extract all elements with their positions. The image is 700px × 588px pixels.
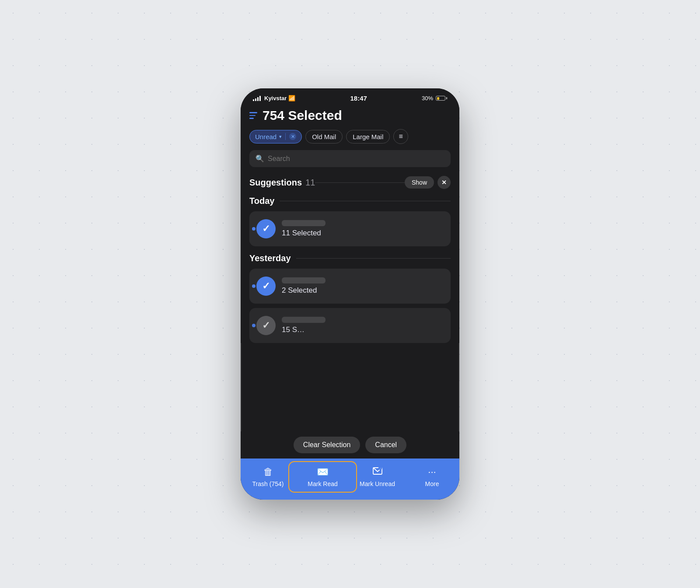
action-toolbar: 🗑 Trash (754) ✉️ Mark Read ↑	[241, 458, 459, 500]
status-bar: Kyivstar 📶 18:47 30%	[241, 88, 459, 104]
yesterday-mail-info-1: 2 Selected	[282, 277, 444, 295]
search-input[interactable]	[268, 155, 444, 163]
filter-chip-unread[interactable]: Unread ▾ ✕	[249, 130, 302, 144]
status-right: 30%	[422, 95, 447, 102]
sender-name-blurred	[282, 277, 326, 284]
chevron-down-icon: ▾	[279, 134, 282, 140]
suggestions-count: 11	[305, 178, 315, 188]
phone-screen: Kyivstar 📶 18:47 30%	[241, 88, 459, 500]
mark-read-button[interactable]: ✉️ Mark Read	[295, 465, 350, 489]
filter-row: Unread ▾ ✕ Old Mail Large Mail ≡	[249, 129, 451, 150]
battery-icon	[436, 96, 447, 101]
status-time: 18:47	[350, 94, 367, 102]
trash-button[interactable]: 🗑 Trash (754)	[241, 465, 295, 489]
check-circle-yesterday-2: ✓	[256, 316, 276, 335]
status-left: Kyivstar 📶	[253, 95, 295, 102]
yesterday-label: Yesterday	[249, 253, 291, 263]
old-mail-label: Old Mail	[312, 133, 336, 140]
main-content: 754 Selected Unread ▾ ✕ Old Mail Large M…	[241, 104, 459, 343]
clear-selection-button[interactable]: Clear Selection	[294, 437, 360, 453]
filter-chip-old-mail[interactable]: Old Mail	[305, 130, 343, 144]
large-mail-label: Large Mail	[353, 133, 383, 140]
mark-unread-icon: ↑	[373, 466, 382, 478]
checkmark-icon: ✓	[262, 280, 270, 292]
trash-label: Trash (754)	[252, 480, 284, 487]
yesterday-mail-info-2: 15 S…	[282, 317, 444, 334]
unread-dot	[252, 227, 256, 231]
yesterday-selected-count-1: 2 Selected	[282, 286, 317, 294]
yesterday-selected-count-2: 15 S…	[282, 326, 304, 334]
mark-unread-button[interactable]: ↑ Mark Unread	[350, 465, 405, 489]
more-label: More	[425, 480, 439, 487]
mark-unread-label: Mark Unread	[360, 480, 395, 487]
check-circle-today: ✓	[256, 219, 276, 238]
menu-button[interactable]	[249, 112, 257, 119]
yesterday-section-header: Yesterday	[249, 253, 451, 263]
today-section-header: Today	[249, 196, 451, 206]
more-icon: ···	[428, 466, 436, 478]
sender-name-blurred	[282, 317, 326, 323]
sender-name-blurred	[282, 220, 326, 226]
trash-icon: 🗑	[263, 466, 273, 478]
filter-icon: ≡	[399, 133, 403, 140]
cancel-button[interactable]: Cancel	[365, 437, 406, 453]
search-icon: 🔍	[256, 154, 264, 163]
checkmark-icon: ✓	[262, 223, 270, 234]
yesterday-mail-item-2[interactable]: ✓ 15 S…	[249, 308, 451, 343]
check-circle-yesterday-1: ✓	[256, 276, 276, 296]
filter-chip-large-mail[interactable]: Large Mail	[346, 130, 390, 144]
show-button[interactable]: Show	[405, 176, 434, 189]
svg-text:↑: ↑	[379, 467, 381, 470]
today-label: Today	[249, 196, 274, 206]
unread-dot	[252, 324, 256, 327]
clear-cancel-row: Clear Selection Cancel	[241, 431, 459, 458]
today-mail-info: 11 Selected	[282, 220, 444, 238]
filter-unread-label: Unread	[255, 133, 276, 140]
more-button[interactable]: ··· More	[405, 465, 459, 489]
mark-read-label: Mark Read	[308, 480, 337, 487]
search-bar: 🔍	[249, 150, 451, 167]
carrier-name: Kyivstar	[264, 95, 287, 102]
filter-options-button[interactable]: ≡	[393, 129, 408, 144]
checkmark-icon: ✓	[262, 320, 270, 331]
today-mail-item[interactable]: ✓ 11 Selected	[249, 211, 451, 246]
battery-percent: 30%	[422, 95, 433, 102]
header-row: 754 Selected	[249, 104, 451, 129]
wifi-icon: 📶	[288, 95, 295, 102]
filter-close-button[interactable]: ✕	[289, 133, 296, 140]
suggestions-close-button[interactable]: ✕	[438, 176, 451, 189]
signal-icon	[253, 96, 261, 101]
suggestions-row: Suggestions 11 Show ✕	[249, 176, 451, 189]
unread-dot	[252, 284, 256, 288]
yesterday-mail-item-1[interactable]: ✓ 2 Selected	[249, 269, 451, 304]
suggestions-label: Suggestions	[249, 178, 302, 188]
mark-read-icon: ✉️	[317, 466, 329, 478]
today-selected-count: 11 Selected	[282, 229, 321, 237]
phone-frame: Kyivstar 📶 18:47 30%	[241, 88, 459, 500]
page-title: 754 Selected	[262, 108, 342, 123]
bottom-area: Clear Selection Cancel 🗑 Trash (754) ✉️ …	[241, 431, 459, 500]
close-icon: ✕	[441, 179, 447, 186]
